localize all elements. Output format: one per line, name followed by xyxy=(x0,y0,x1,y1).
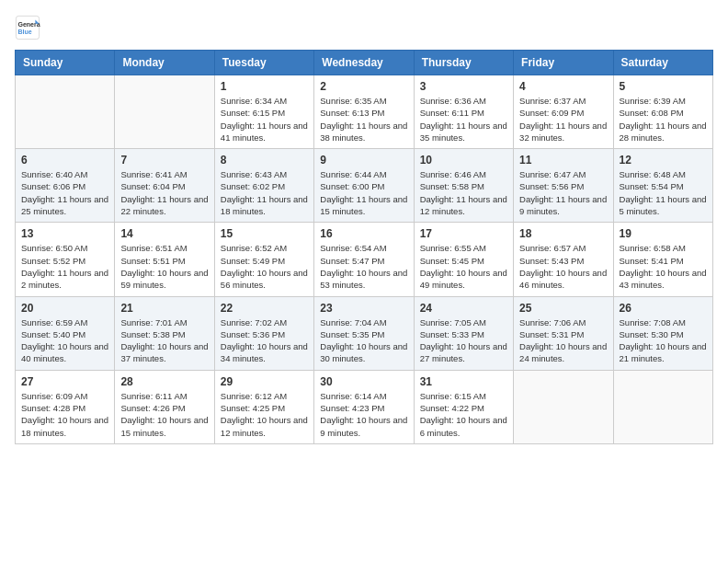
day-number: 2 xyxy=(320,80,407,93)
svg-rect-0 xyxy=(16,16,39,39)
calendar-week-row: 6Sunrise: 6:40 AM Sunset: 6:06 PM Daylig… xyxy=(16,149,713,223)
day-number: 10 xyxy=(420,154,507,167)
calendar-cell: 6Sunrise: 6:40 AM Sunset: 6:06 PM Daylig… xyxy=(16,149,115,223)
day-number: 8 xyxy=(221,154,308,167)
calendar-cell: 20Sunrise: 6:59 AM Sunset: 5:40 PM Dayli… xyxy=(16,296,115,370)
day-number: 27 xyxy=(21,375,108,388)
logo-icon: General Blue xyxy=(15,15,40,40)
calendar-week-row: 20Sunrise: 6:59 AM Sunset: 5:40 PM Dayli… xyxy=(16,296,713,370)
calendar-cell: 1Sunrise: 6:34 AM Sunset: 6:15 PM Daylig… xyxy=(214,75,313,149)
calendar-cell: 13Sunrise: 6:50 AM Sunset: 5:52 PM Dayli… xyxy=(16,223,115,296)
day-info: Sunrise: 6:09 AM Sunset: 4:28 PM Dayligh… xyxy=(21,390,108,439)
calendar-cell: 16Sunrise: 6:54 AM Sunset: 5:47 PM Dayli… xyxy=(314,223,414,296)
calendar-week-row: 27Sunrise: 6:09 AM Sunset: 4:28 PM Dayli… xyxy=(16,370,713,443)
day-number: 4 xyxy=(519,80,607,93)
day-info: Sunrise: 7:05 AM Sunset: 5:33 PM Dayligh… xyxy=(420,316,507,365)
day-number: 31 xyxy=(420,375,507,388)
calendar-cell: 24Sunrise: 7:05 AM Sunset: 5:33 PM Dayli… xyxy=(414,296,513,370)
day-number: 14 xyxy=(120,227,208,240)
calendar-cell: 14Sunrise: 6:51 AM Sunset: 5:51 PM Dayli… xyxy=(115,223,214,296)
calendar-header-row: SundayMondayTuesdayWednesdayThursdayFrid… xyxy=(16,51,713,75)
day-info: Sunrise: 6:11 AM Sunset: 4:26 PM Dayligh… xyxy=(120,390,208,439)
day-number: 22 xyxy=(221,302,308,315)
calendar-cell: 7Sunrise: 6:41 AM Sunset: 6:04 PM Daylig… xyxy=(115,149,214,223)
day-number: 3 xyxy=(420,80,507,93)
logo: General Blue xyxy=(15,15,44,40)
svg-text:Blue: Blue xyxy=(18,29,32,35)
calendar-week-row: 13Sunrise: 6:50 AM Sunset: 5:52 PM Dayli… xyxy=(16,223,713,296)
day-number: 24 xyxy=(420,302,507,315)
day-number: 23 xyxy=(320,302,407,315)
calendar-cell xyxy=(514,370,613,443)
calendar-cell: 4Sunrise: 6:37 AM Sunset: 6:09 PM Daylig… xyxy=(514,75,613,149)
calendar-cell: 10Sunrise: 6:46 AM Sunset: 5:58 PM Dayli… xyxy=(414,149,513,223)
calendar-cell: 23Sunrise: 7:04 AM Sunset: 5:35 PM Dayli… xyxy=(314,296,414,370)
calendar-cell: 31Sunrise: 6:15 AM Sunset: 4:22 PM Dayli… xyxy=(414,370,513,443)
day-header-sunday: Sunday xyxy=(16,51,115,75)
day-number: 15 xyxy=(221,227,308,240)
calendar-cell: 21Sunrise: 7:01 AM Sunset: 5:38 PM Dayli… xyxy=(115,296,214,370)
page-header: General Blue xyxy=(15,15,713,40)
day-info: Sunrise: 7:02 AM Sunset: 5:36 PM Dayligh… xyxy=(221,316,308,365)
day-number: 30 xyxy=(320,375,407,388)
day-number: 12 xyxy=(620,154,707,167)
day-header-saturday: Saturday xyxy=(613,51,712,75)
calendar-cell: 19Sunrise: 6:58 AM Sunset: 5:41 PM Dayli… xyxy=(613,223,712,296)
day-info: Sunrise: 6:59 AM Sunset: 5:40 PM Dayligh… xyxy=(21,316,108,365)
calendar-week-row: 1Sunrise: 6:34 AM Sunset: 6:15 PM Daylig… xyxy=(16,75,713,149)
calendar-cell: 22Sunrise: 7:02 AM Sunset: 5:36 PM Dayli… xyxy=(214,296,313,370)
day-number: 9 xyxy=(320,154,407,167)
day-info: Sunrise: 6:43 AM Sunset: 6:02 PM Dayligh… xyxy=(221,168,308,217)
calendar-cell: 15Sunrise: 6:52 AM Sunset: 5:49 PM Dayli… xyxy=(214,223,313,296)
day-header-monday: Monday xyxy=(115,51,214,75)
day-number: 17 xyxy=(420,227,507,240)
calendar-cell: 28Sunrise: 6:11 AM Sunset: 4:26 PM Dayli… xyxy=(115,370,214,443)
day-info: Sunrise: 6:34 AM Sunset: 6:15 PM Dayligh… xyxy=(221,95,308,144)
day-number: 26 xyxy=(620,302,707,315)
day-info: Sunrise: 6:52 AM Sunset: 5:49 PM Dayligh… xyxy=(221,242,308,291)
calendar-cell xyxy=(613,370,712,443)
day-info: Sunrise: 6:12 AM Sunset: 4:25 PM Dayligh… xyxy=(221,390,308,439)
calendar-cell: 27Sunrise: 6:09 AM Sunset: 4:28 PM Dayli… xyxy=(16,370,115,443)
day-header-thursday: Thursday xyxy=(414,51,513,75)
day-info: Sunrise: 6:37 AM Sunset: 6:09 PM Dayligh… xyxy=(519,95,607,144)
day-number: 7 xyxy=(120,154,208,167)
day-info: Sunrise: 6:47 AM Sunset: 5:56 PM Dayligh… xyxy=(519,168,607,217)
calendar-cell xyxy=(115,75,214,149)
day-info: Sunrise: 7:08 AM Sunset: 5:30 PM Dayligh… xyxy=(620,316,707,365)
day-info: Sunrise: 6:15 AM Sunset: 4:22 PM Dayligh… xyxy=(420,390,507,439)
day-info: Sunrise: 6:44 AM Sunset: 6:00 PM Dayligh… xyxy=(320,168,407,217)
calendar-cell: 2Sunrise: 6:35 AM Sunset: 6:13 PM Daylig… xyxy=(314,75,414,149)
day-number: 28 xyxy=(120,375,208,388)
day-info: Sunrise: 7:04 AM Sunset: 5:35 PM Dayligh… xyxy=(320,316,407,365)
day-number: 6 xyxy=(21,154,108,167)
day-number: 18 xyxy=(519,227,607,240)
day-number: 13 xyxy=(21,227,108,240)
day-info: Sunrise: 6:39 AM Sunset: 6:08 PM Dayligh… xyxy=(620,95,707,144)
calendar-cell: 18Sunrise: 6:57 AM Sunset: 5:43 PM Dayli… xyxy=(514,223,613,296)
calendar-cell: 11Sunrise: 6:47 AM Sunset: 5:56 PM Dayli… xyxy=(514,149,613,223)
day-info: Sunrise: 6:35 AM Sunset: 6:13 PM Dayligh… xyxy=(320,95,407,144)
day-info: Sunrise: 6:51 AM Sunset: 5:51 PM Dayligh… xyxy=(120,242,208,291)
day-number: 21 xyxy=(120,302,208,315)
calendar-cell: 17Sunrise: 6:55 AM Sunset: 5:45 PM Dayli… xyxy=(414,223,513,296)
day-info: Sunrise: 6:54 AM Sunset: 5:47 PM Dayligh… xyxy=(320,242,407,291)
calendar-cell: 26Sunrise: 7:08 AM Sunset: 5:30 PM Dayli… xyxy=(613,296,712,370)
calendar-cell: 5Sunrise: 6:39 AM Sunset: 6:08 PM Daylig… xyxy=(613,75,712,149)
day-info: Sunrise: 6:36 AM Sunset: 6:11 PM Dayligh… xyxy=(420,95,507,144)
calendar-cell: 30Sunrise: 6:14 AM Sunset: 4:23 PM Dayli… xyxy=(314,370,414,443)
day-info: Sunrise: 6:58 AM Sunset: 5:41 PM Dayligh… xyxy=(620,242,707,291)
day-number: 1 xyxy=(221,80,308,93)
day-info: Sunrise: 7:06 AM Sunset: 5:31 PM Dayligh… xyxy=(519,316,607,365)
calendar-cell xyxy=(16,75,115,149)
day-info: Sunrise: 6:14 AM Sunset: 4:23 PM Dayligh… xyxy=(320,390,407,439)
day-info: Sunrise: 6:55 AM Sunset: 5:45 PM Dayligh… xyxy=(420,242,507,291)
calendar-table: SundayMondayTuesdayWednesdayThursdayFrid… xyxy=(15,50,713,444)
day-info: Sunrise: 6:46 AM Sunset: 5:58 PM Dayligh… xyxy=(420,168,507,217)
day-number: 11 xyxy=(519,154,607,167)
day-number: 19 xyxy=(620,227,707,240)
day-number: 25 xyxy=(519,302,607,315)
day-info: Sunrise: 6:40 AM Sunset: 6:06 PM Dayligh… xyxy=(21,168,108,217)
day-info: Sunrise: 6:41 AM Sunset: 6:04 PM Dayligh… xyxy=(120,168,208,217)
calendar-cell: 3Sunrise: 6:36 AM Sunset: 6:11 PM Daylig… xyxy=(414,75,513,149)
